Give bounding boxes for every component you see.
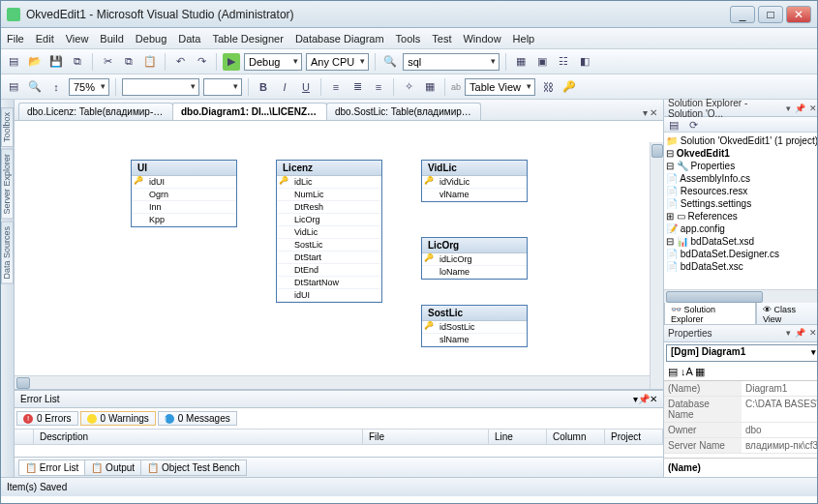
minimize-button[interactable]: _	[730, 6, 755, 23]
config-combo[interactable]: Debug	[244, 53, 302, 71]
column-numlic[interactable]: NumLic	[277, 189, 381, 201]
table-header[interactable]: LicOrg	[422, 238, 527, 253]
column-dtend[interactable]: DtEnd	[277, 264, 381, 277]
menu-help[interactable]: Help	[513, 33, 535, 44]
menu-build[interactable]: Build	[100, 33, 123, 44]
column-licorg[interactable]: LicOrg	[277, 214, 381, 226]
props-pin-icon[interactable]: 📌	[793, 328, 807, 338]
file-node[interactable]: 📄 bdDataSet.xsc	[666, 260, 818, 273]
properties-grid[interactable]: (Name)Diagram1Database NameC:\DATA BASES…	[664, 381, 818, 454]
platform-combo[interactable]: Any CPU	[306, 53, 369, 71]
menu-table-designer[interactable]: Table Designer	[213, 33, 284, 44]
bold-icon[interactable]: B	[255, 78, 272, 96]
solution-tree[interactable]: 📁 Solution 'OkvedEdit1' (1 project) ⊟ Ok…	[664, 133, 818, 289]
warnings-filter[interactable]: 0 Warnings	[80, 411, 156, 426]
column-dtresh[interactable]: DtResh	[277, 201, 381, 214]
bottom-tab-object-test-bench[interactable]: 📋 Object Test Bench	[140, 460, 247, 476]
tab-solution-explorer[interactable]: 👓 Solution Explorer	[664, 301, 756, 327]
bottom-tab-output[interactable]: 📋 Output	[84, 460, 141, 476]
solution-node[interactable]: 📁 Solution 'OkvedEdit1' (1 project)	[666, 134, 818, 147]
properties-object[interactable]: [Dgm] Diagram1	[666, 344, 818, 362]
table-header[interactable]: UI	[132, 161, 236, 176]
tab-close-icon[interactable]: ✕	[650, 107, 657, 118]
column-vidlic[interactable]: VidLic	[277, 226, 381, 239]
solexp-dropdown-icon[interactable]: ▾	[784, 104, 793, 113]
table-licenz[interactable]: LicenzidLicNumLicDtReshLicOrgVidLicSostL…	[276, 160, 382, 303]
project-node[interactable]: ⊟ OkvedEdit1	[666, 147, 818, 160]
column-idui[interactable]: idUI	[132, 176, 236, 189]
bottom-tab-error-list[interactable]: 📋 Error List	[18, 460, 85, 476]
prop-row-owner[interactable]: Ownerdbo	[664, 423, 818, 438]
column-idsostlic[interactable]: idSostLic	[422, 321, 527, 334]
menu-window[interactable]: Window	[463, 33, 500, 44]
tree-scrollbar[interactable]	[664, 289, 818, 303]
zoom-combo[interactable]: 75%	[69, 78, 109, 96]
tab-dropdown-icon[interactable]: ▾	[643, 107, 648, 118]
properties-icon[interactable]: ☷	[555, 53, 572, 71]
new-table-icon[interactable]: ▤	[5, 78, 22, 96]
solexp-close-icon[interactable]: ✕	[807, 104, 818, 113]
table-licorg[interactable]: LicOrgidLicOrgloName	[421, 237, 528, 280]
file-node[interactable]: 📄 Resources.resx	[666, 185, 818, 197]
table-sostlic[interactable]: SostLicidSostLicslName	[421, 305, 528, 347]
errors-filter[interactable]: !0 Errors	[16, 411, 78, 426]
error-col-icon[interactable]	[15, 430, 34, 444]
menu-debug[interactable]: Debug	[136, 33, 167, 44]
doc-tab-1[interactable]: dbo.Diagram1: DI...\LICENZ\DB.MDF)*	[172, 103, 327, 120]
tableview-combo[interactable]: Table View	[465, 78, 535, 96]
column-ogrn[interactable]: Ogrn	[132, 189, 236, 201]
cut-icon[interactable]: ✂	[99, 53, 116, 71]
error-col-File[interactable]: File	[363, 430, 489, 444]
menu-file[interactable]: File	[7, 33, 24, 44]
menu-tools[interactable]: Tools	[396, 33, 421, 44]
messages-filter[interactable]: i0 Messages	[158, 411, 237, 426]
titlebar[interactable]: OkvedEdit1 - Microsoft Visual Studio (Ad…	[1, 1, 817, 28]
menu-database-diagram[interactable]: Database Diagram	[295, 33, 384, 44]
table-header[interactable]: SostLic	[422, 306, 527, 321]
grid-icon[interactable]: ▦	[421, 78, 439, 96]
error-list-pin-icon[interactable]: 📌	[638, 394, 650, 404]
column-slname[interactable]: slName	[422, 334, 527, 346]
column-loname[interactable]: loName	[422, 266, 527, 279]
doc-tab-0[interactable]: dbo.Licenz: Table(владимир-пк\...\...)	[18, 103, 173, 120]
file-node[interactable]: 📄 bdDataSet.Designer.cs	[666, 248, 818, 260]
references-folder[interactable]: ⊞ ▭ References	[666, 210, 818, 222]
menu-edit[interactable]: Edit	[36, 33, 54, 44]
zoom-mode-icon[interactable]: 🔍	[26, 78, 44, 96]
error-col-Description[interactable]: Description	[34, 430, 363, 444]
font-combo[interactable]	[122, 78, 199, 96]
column-kpp[interactable]: Kpp	[132, 214, 236, 226]
prop-row-servername[interactable]: Server Nameвладимир-пк\cf37a0	[664, 438, 818, 454]
column-idui[interactable]: idUI	[277, 289, 381, 302]
find-icon[interactable]: 🔍	[381, 53, 399, 71]
column-sostlic[interactable]: SostLic	[277, 239, 381, 252]
property-pages-icon[interactable]: ▦	[695, 366, 705, 377]
horizontal-scrollbar[interactable]	[15, 375, 650, 389]
prop-row-databasename[interactable]: Database NameC:\DATA BASES\LICEI	[664, 397, 818, 423]
error-col-Column[interactable]: Column	[547, 430, 605, 444]
undo-icon[interactable]: ↶	[171, 53, 189, 71]
underline-icon[interactable]: U	[297, 78, 315, 96]
nav-arrows-icon[interactable]: ↕	[47, 78, 65, 96]
maximize-button[interactable]: □	[758, 6, 783, 23]
hidden-tab-server-explorer[interactable]: Server Explorer	[1, 149, 14, 220]
error-col-Line[interactable]: Line	[489, 430, 547, 444]
search-combo[interactable]: sql	[403, 53, 500, 71]
table-header[interactable]: VidLic	[422, 161, 527, 176]
doc-tab-2[interactable]: dbo.SostLic: Table(владимир-пк\...\...)	[326, 103, 481, 120]
props-dropdown-icon[interactable]: ▾	[784, 328, 793, 338]
solexp-pin-icon[interactable]: 📌	[793, 104, 807, 113]
hidden-tab-data-sources[interactable]: Data Sources	[1, 222, 14, 284]
toolbox-icon[interactable]: ▦	[512, 53, 530, 71]
file-node[interactable]: 📝 app.config	[666, 222, 818, 235]
properties-folder[interactable]: ⊟ 🔧 Properties	[666, 160, 818, 172]
column-vlname[interactable]: vlName	[422, 189, 527, 201]
menu-view[interactable]: View	[66, 33, 89, 44]
alphabetical-icon[interactable]: ↓A	[681, 366, 692, 377]
table-header[interactable]: Licenz	[277, 161, 381, 176]
copy-icon[interactable]: ⧉	[120, 53, 137, 71]
layout-icon[interactable]: ✧	[400, 78, 417, 96]
error-col-Project[interactable]: Project	[605, 430, 663, 444]
relationships-icon[interactable]: ⛓	[539, 78, 557, 96]
column-inn[interactable]: Inn	[132, 201, 236, 214]
